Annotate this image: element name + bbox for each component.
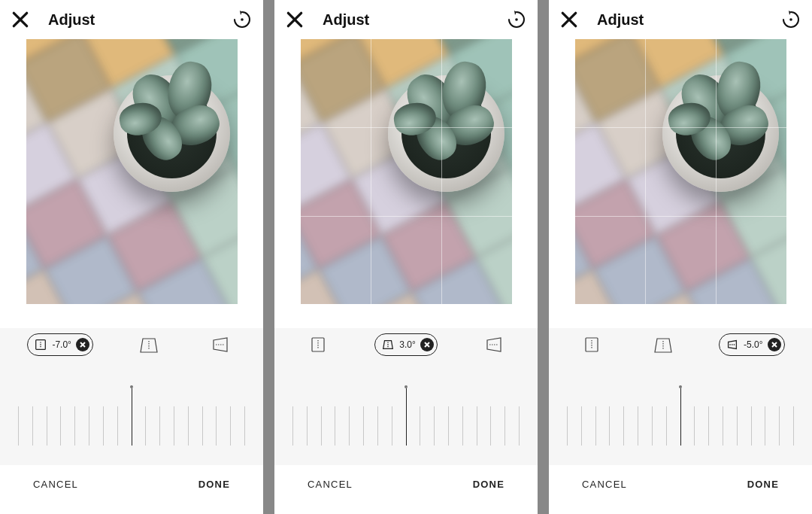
mode-selector: 3.0° [282, 328, 530, 361]
rotate-icon[interactable] [506, 9, 527, 30]
svg-point-5 [515, 18, 518, 21]
slider-pointer [406, 388, 407, 446]
mode-perspective-horizontal[interactable] [478, 332, 510, 357]
adjust-screen: Adjust 3.0° [274, 0, 538, 514]
mode-perspective-horizontal[interactable] [205, 332, 236, 357]
image-preview[interactable] [549, 39, 812, 304]
clear-value-icon[interactable] [768, 338, 781, 351]
page-title: Adjust [48, 11, 95, 29]
cancel-button[interactable]: CANCEL [33, 479, 78, 490]
clear-value-icon[interactable] [76, 338, 89, 351]
done-button[interactable]: DONE [198, 479, 230, 490]
slider-pointer [132, 388, 132, 446]
cancel-button[interactable]: CANCEL [308, 479, 353, 490]
image-preview[interactable] [0, 39, 263, 304]
adjust-value: -7.0° [52, 339, 71, 350]
topbar: Adjust [274, 0, 538, 39]
svg-point-0 [241, 18, 244, 21]
angle-slider[interactable] [556, 382, 804, 458]
mode-perspective-vertical[interactable] [133, 332, 165, 357]
mode-selector: -7.0° [8, 328, 256, 361]
close-button[interactable] [559, 10, 579, 29]
angle-slider[interactable] [282, 382, 530, 458]
adjust-screen: Adjust -5.0° [549, 0, 812, 514]
bottom-actions: CANCEL DONE [0, 465, 263, 503]
mode-straighten-active[interactable]: -7.0° [27, 333, 92, 356]
rotate-icon[interactable] [780, 9, 801, 30]
image-preview[interactable] [274, 39, 538, 304]
close-button[interactable] [11, 10, 30, 29]
clear-value-icon[interactable] [420, 338, 434, 351]
adjust-value: 3.0° [399, 339, 415, 350]
page-title: Adjust [597, 11, 644, 29]
bottom-actions: CANCEL DONE [274, 465, 538, 503]
bottom-actions: CANCEL DONE [549, 465, 812, 503]
topbar: Adjust [549, 0, 812, 39]
svg-point-10 [789, 18, 792, 21]
close-button[interactable] [285, 10, 304, 29]
adjust-screen: Adjust -7.0° [0, 0, 263, 514]
mode-perspective-vertical-active[interactable]: 3.0° [374, 333, 437, 356]
cancel-button[interactable]: CANCEL [582, 479, 627, 490]
mode-perspective-horizontal-active[interactable]: -5.0° [719, 333, 784, 356]
page-title: Adjust [323, 11, 369, 29]
mode-selector: -5.0° [556, 328, 804, 361]
slider-pointer [680, 388, 681, 446]
rotate-icon[interactable] [232, 9, 253, 30]
done-button[interactable]: DONE [473, 479, 504, 490]
adjust-value: -5.0° [744, 339, 762, 350]
topbar: Adjust [0, 0, 263, 39]
done-button[interactable]: DONE [747, 479, 779, 490]
mode-straighten[interactable] [576, 332, 607, 357]
mode-straighten[interactable] [302, 332, 334, 357]
mode-perspective-vertical[interactable] [647, 332, 679, 357]
angle-slider[interactable] [8, 382, 256, 458]
